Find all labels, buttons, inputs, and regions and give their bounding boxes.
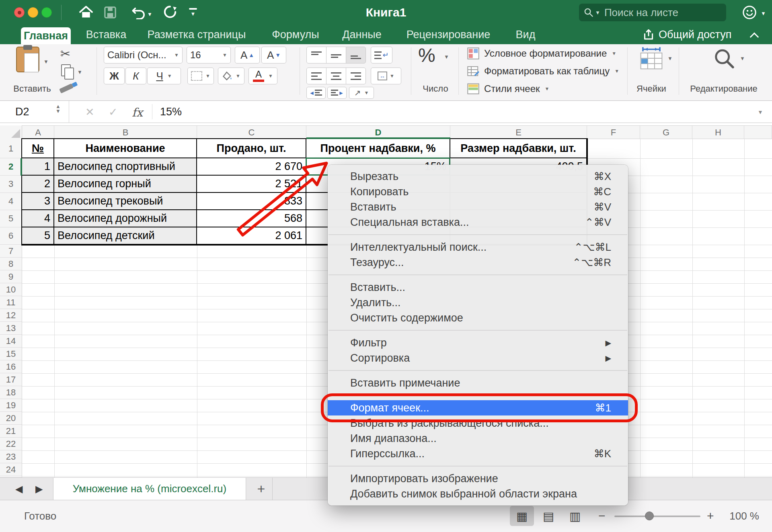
decrease-indent-button[interactable]: ◀ [306, 87, 326, 99]
paste-button[interactable] [16, 47, 39, 72]
cell-C1[interactable]: Продано, шт. [197, 139, 306, 158]
tab-Формулы[interactable]: Формулы [269, 25, 322, 44]
menu-item[interactable]: Копировать⌘C [328, 184, 628, 199]
undo-dropdown-icon[interactable]: ▼ [147, 11, 152, 17]
column-header-A[interactable]: A [22, 126, 54, 139]
font-color-dropdown-icon[interactable]: ▼ [268, 73, 273, 79]
tab-Разметка страницы[interactable]: Разметка страницы [144, 25, 249, 44]
menu-item[interactable]: Вырезать⌘X [328, 169, 628, 184]
menu-item[interactable]: Вставить⌘V [328, 199, 628, 215]
row-header-5[interactable]: 5 [0, 210, 22, 227]
next-sheet-button[interactable]: ▶ [35, 483, 43, 495]
cell-B2[interactable]: Велосипед спортивный [54, 158, 197, 176]
fill-color-button[interactable]: ▼ [218, 68, 244, 84]
conditional-formatting-button[interactable]: Условное форматирование ▼ [467, 47, 616, 59]
row-header-8[interactable]: 8 [0, 258, 22, 270]
view-normal-button[interactable]: ▦ [510, 506, 534, 526]
italic-button[interactable]: К [125, 68, 146, 84]
row-header-2[interactable]: 2 [0, 158, 22, 176]
menu-item[interactable]: Сортировка▶ [328, 350, 628, 366]
row-header-9[interactable]: 9 [0, 270, 22, 283]
row-header-18[interactable]: 18 [0, 386, 22, 399]
undo-button[interactable] [131, 6, 146, 19]
feedback-smiley-icon[interactable] [742, 5, 757, 20]
increase-indent-button[interactable]: ▶ [327, 87, 347, 99]
format-as-table-button[interactable]: Форматировать как таблицу ▼ [467, 65, 619, 77]
align-left-button[interactable] [306, 68, 326, 84]
cell-E1[interactable]: Размер надбавки, шт. [450, 139, 587, 158]
cell-B6[interactable]: Велосипед детский [54, 227, 197, 245]
paste-dropdown-icon[interactable]: ▼ [43, 59, 49, 65]
menu-item[interactable]: Тезаурус...⌃⌥⌘R [328, 255, 628, 270]
row-header-16[interactable]: 16 [0, 360, 22, 373]
increase-font-button[interactable]: A▲ [235, 47, 260, 63]
menu-item[interactable]: Имя диапазона... [328, 431, 628, 446]
name-box[interactable]: D2 ▲▼ [0, 101, 69, 123]
bold-button[interactable]: Ж [104, 68, 125, 84]
name-box-stepper[interactable]: ▲▼ [55, 104, 61, 114]
menu-item[interactable]: Вставить примечание [328, 375, 628, 391]
copy-dropdown-icon[interactable]: ▼ [77, 69, 82, 75]
cell-B1[interactable]: Наименование [54, 139, 197, 158]
cell-A1[interactable]: № [22, 139, 54, 158]
cells-button[interactable] [639, 47, 664, 70]
row-header-20[interactable]: 20 [0, 412, 22, 425]
cell-A5[interactable]: 4 [22, 210, 54, 227]
cell-B4[interactable]: Велосипед трековый [54, 193, 197, 210]
font-name-combo[interactable]: Calibri (Осн... ▼ [104, 47, 183, 63]
row-header-7[interactable]: 7 [0, 245, 22, 258]
column-header-E[interactable]: E [450, 126, 587, 139]
close-window-button[interactable] [14, 7, 25, 18]
sheet-tab-active[interactable]: Умножение на % (microexcel.ru) [53, 478, 246, 500]
collapse-ribbon-chevron-icon[interactable] [750, 32, 758, 40]
tab-Рецензирование[interactable]: Рецензирование [403, 25, 493, 44]
font-size-dropdown-icon[interactable]: ▼ [222, 52, 227, 58]
orientation-dropdown-icon[interactable]: ▼ [364, 90, 369, 96]
align-middle-button[interactable] [326, 47, 346, 63]
column-header-C[interactable]: C [197, 126, 306, 139]
customize-quick-access-icon[interactable]: ▼ [189, 8, 197, 17]
wrap-text-button[interactable]: ↵ [371, 47, 392, 63]
align-bottom-button[interactable] [346, 47, 366, 63]
cell-A6[interactable]: 5 [22, 227, 54, 245]
menu-item[interactable]: Вставить... [328, 280, 628, 295]
row-header-14[interactable]: 14 [0, 335, 22, 348]
prev-sheet-button[interactable]: ◀ [15, 483, 23, 495]
search-scope-dropdown-icon[interactable]: ▼ [595, 10, 600, 16]
zoom-out-button[interactable]: − [598, 509, 606, 523]
menu-item[interactable]: Специальная вставка...⌃⌘V [328, 215, 628, 230]
align-center-button[interactable] [326, 68, 346, 84]
insert-function-icon[interactable]: fx [132, 106, 143, 119]
tab-Главная[interactable]: Главная [21, 27, 71, 44]
editing-dropdown-icon[interactable]: ▼ [740, 55, 745, 61]
search-input[interactable]: ▼ Поиск на листе [579, 4, 726, 21]
borders-button[interactable]: ▼ [187, 68, 214, 84]
column-header-F[interactable]: F [587, 126, 640, 139]
share-button[interactable]: Общий доступ [643, 25, 731, 44]
menu-item[interactable]: Импортировать изображение [328, 471, 628, 486]
menu-item[interactable]: Фильтр▶ [328, 335, 628, 350]
menu-item[interactable]: Гиперссылка...⌘K [328, 446, 628, 461]
cancel-entry-icon[interactable]: ✕ [85, 106, 94, 119]
cell-A3[interactable]: 2 [22, 176, 54, 193]
add-sheet-button[interactable]: + [250, 478, 273, 500]
underline-button[interactable]: Ч ▼ [147, 68, 181, 84]
tab-Данные[interactable]: Данные [340, 25, 384, 44]
column-header-H[interactable]: H [692, 126, 744, 139]
formula-bar-expand-icon[interactable]: ▼ [758, 109, 763, 115]
cut-icon[interactable]: ✂ [60, 47, 70, 61]
menu-item[interactable]: Добавить снимок выбранной области экрана [328, 486, 628, 501]
cell-styles-button[interactable]: Стили ячеек ▼ [467, 83, 549, 95]
row-header-21[interactable]: 21 [0, 425, 22, 438]
home-icon[interactable] [79, 5, 93, 19]
column-header-G[interactable]: G [640, 126, 692, 139]
row-header-11[interactable]: 11 [0, 296, 22, 309]
merge-dropdown-icon[interactable]: ▼ [390, 73, 394, 79]
formula-bar-value[interactable]: 15% [160, 106, 182, 118]
cell-D1[interactable]: Процент надбавки, % [306, 139, 450, 158]
merge-cells-button[interactable]: ↔ ▼ [371, 68, 401, 84]
row-header-23[interactable]: 23 [0, 450, 22, 463]
zoom-slider-track[interactable] [614, 516, 700, 517]
align-top-button[interactable] [306, 47, 326, 63]
row-header-10[interactable]: 10 [0, 283, 22, 296]
